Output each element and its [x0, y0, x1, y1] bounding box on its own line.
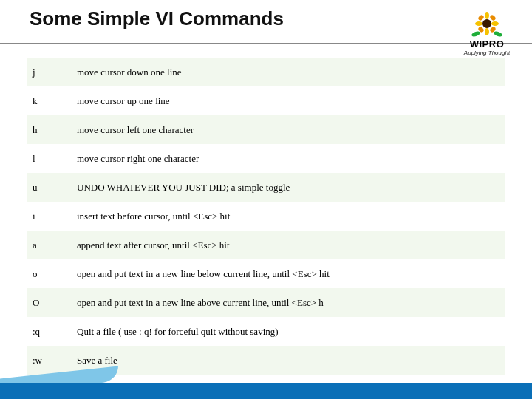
command-cell: :q — [27, 326, 71, 338]
table-row: jmove cursor down one line — [27, 58, 505, 86]
command-cell: O — [27, 297, 71, 309]
svg-point-3 — [475, 21, 482, 26]
table-row: aappend text after cursor, until <Esc> h… — [27, 231, 505, 259]
slide: Some Simple VI Commands WIPRO Applying T… — [0, 0, 532, 399]
divider — [0, 43, 532, 44]
description-cell: Quit a file ( use : q! for forceful quit… — [71, 326, 505, 338]
description-cell: append text after cursor, until <Esc> hi… — [71, 239, 505, 251]
table-row: :qQuit a file ( use : q! for forceful qu… — [27, 317, 505, 346]
command-cell: i — [27, 211, 71, 222]
svg-point-1 — [485, 12, 489, 19]
description-cell: UNDO WHATEVER YOU JUST DID; a simple tog… — [71, 182, 505, 194]
description-cell: move cursor right one character — [71, 153, 505, 165]
footer-band — [0, 383, 532, 399]
description-cell: Save a file — [71, 355, 505, 366]
description-cell: move cursor up one line — [71, 95, 505, 107]
table-row: kmove cursor up one line — [27, 86, 505, 115]
svg-point-0 — [482, 19, 491, 28]
svg-point-10 — [493, 30, 502, 38]
description-cell: open and put text in a new line above cu… — [71, 297, 505, 309]
command-cell: j — [27, 66, 71, 78]
svg-point-5 — [477, 14, 485, 21]
logo-tagline: Applying Thought — [458, 50, 516, 56]
command-cell: :w — [27, 355, 71, 366]
command-cell: u — [27, 182, 71, 194]
table-row: hmove cursor left one character — [27, 115, 505, 144]
table-row: lmove cursor right one character — [27, 144, 505, 173]
svg-point-9 — [471, 30, 480, 38]
description-cell: open and put text in a new line below cu… — [71, 268, 505, 280]
logo-name: WIPRO — [458, 38, 516, 50]
table-row: oopen and put text in a new line below c… — [27, 259, 505, 288]
command-cell: h — [27, 124, 71, 136]
command-cell: l — [27, 153, 71, 165]
description-cell: move cursor left one character — [71, 124, 505, 136]
table-row: Oopen and put text in a new line above c… — [27, 288, 505, 317]
logo-sunflower-icon — [470, 12, 504, 40]
svg-point-4 — [491, 21, 499, 26]
svg-point-2 — [485, 28, 489, 35]
description-cell: move cursor down one line — [71, 66, 505, 78]
logo: WIPRO Applying Thought — [458, 12, 516, 56]
vi-commands-table: jmove cursor down one linekmove cursor u… — [27, 58, 505, 375]
description-cell: insert text before cursor, until <Esc> h… — [71, 211, 505, 222]
page-title: Some Simple VI Commands — [30, 7, 284, 30]
svg-point-6 — [489, 14, 497, 21]
command-cell: a — [27, 239, 71, 251]
table-row: iinsert text before cursor, until <Esc> … — [27, 202, 505, 231]
table-row: uUNDO WHATEVER YOU JUST DID; a simple to… — [27, 173, 505, 202]
command-cell: o — [27, 268, 71, 280]
command-cell: k — [27, 95, 71, 107]
